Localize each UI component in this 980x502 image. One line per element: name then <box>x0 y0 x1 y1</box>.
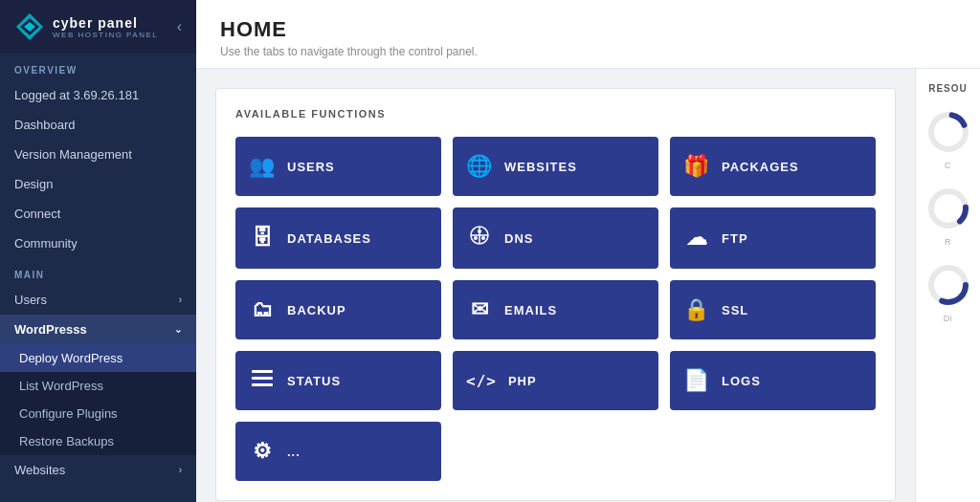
users-icon: 👥 <box>249 154 276 179</box>
chevron-down-icon: ⌄ <box>174 324 182 335</box>
resource-panel: RESOU C R Di <box>915 69 980 502</box>
ram-donut-container: R <box>927 187 969 247</box>
disk-donut-container: Di <box>927 264 969 323</box>
function-backup-button[interactable]: 🗂 BACKUP <box>235 280 441 339</box>
status-icon <box>249 368 276 393</box>
functions-panel: AVAILABLE FUNCTIONS 👥 USERS 🌐 WEBSITES 🎁… <box>196 69 915 502</box>
content-body: AVAILABLE FUNCTIONS 👥 USERS 🌐 WEBSITES 🎁… <box>196 69 980 502</box>
sidebar-item-restore-backups[interactable]: Restore Backups <box>0 427 196 455</box>
ram-label: R <box>927 237 969 247</box>
ftp-icon: ☁ <box>683 226 710 251</box>
sidebar-item-version-management[interactable]: Version Management <box>0 140 196 169</box>
function-emails-button[interactable]: ✉ EMAILS <box>453 280 658 339</box>
sidebar-item-design[interactable]: Design <box>0 169 196 199</box>
function-more-button[interactable]: ⚙ ... <box>235 422 441 481</box>
svg-rect-10 <box>252 377 273 380</box>
resource-panel-title: RESOU <box>928 83 968 94</box>
databases-icon: 🗄 <box>249 226 276 251</box>
svg-rect-9 <box>252 370 273 373</box>
sidebar-item-logged-in: Logged at 3.69.26.181 <box>0 80 196 110</box>
dns-icon <box>466 225 493 251</box>
available-functions-box: AVAILABLE FUNCTIONS 👥 USERS 🌐 WEBSITES 🎁… <box>215 88 896 501</box>
svg-point-8 <box>481 236 485 240</box>
functions-grid: 👥 USERS 🌐 WEBSITES 🎁 PACKAGES 🗄 DATABASE… <box>235 137 876 481</box>
function-databases-button[interactable]: 🗄 DATABASES <box>235 207 441 269</box>
logo-subtitle: Web Hosting Panel <box>53 31 158 39</box>
function-ftp-button[interactable]: ☁ FTP <box>670 207 876 269</box>
function-logs-button[interactable]: 📄 LOGS <box>670 351 876 410</box>
function-packages-button[interactable]: 🎁 PACKAGES <box>670 137 876 196</box>
page-subtitle: Use the tabs to navigate through the con… <box>220 45 956 58</box>
svg-rect-11 <box>252 383 273 386</box>
cpu-donut-container: C <box>927 111 969 170</box>
overview-section-label: Overview <box>0 54 196 80</box>
cyberpanel-logo-icon <box>14 11 45 42</box>
sidebar-item-list-wordpress[interactable]: List WordPress <box>0 372 196 400</box>
main-content: HOME Use the tabs to navigate through th… <box>196 0 980 502</box>
sidebar-item-dashboard[interactable]: Dashboard <box>0 110 196 140</box>
svg-point-7 <box>474 236 478 240</box>
ram-donut <box>927 187 969 229</box>
svg-point-6 <box>478 229 481 233</box>
page-title: HOME <box>220 17 956 42</box>
disk-donut <box>927 264 969 306</box>
chevron-right-icon: › <box>179 295 182 305</box>
emails-icon: ✉ <box>466 297 493 322</box>
cpu-donut <box>927 111 969 153</box>
functions-title: AVAILABLE FUNCTIONS <box>235 108 876 120</box>
cpu-label: C <box>927 161 969 170</box>
function-status-button[interactable]: STATUS <box>235 351 441 410</box>
disk-label: Di <box>927 314 969 323</box>
wordpresss-submenu: Deploy WordPress List WordPress Configur… <box>0 344 196 455</box>
main-section-label: Main <box>0 258 196 285</box>
websites-icon: 🌐 <box>466 154 493 179</box>
sidebar-item-configure-plugins[interactable]: Configure Plugins <box>0 400 196 427</box>
function-ssl-button[interactable]: 🔒 SSL <box>670 280 876 339</box>
sidebar-item-connect[interactable]: Connect <box>0 199 196 229</box>
function-dns-button[interactable]: DNS <box>453 207 658 269</box>
php-icon: </> <box>466 372 497 390</box>
sidebar-item-community[interactable]: Community <box>0 229 196 258</box>
sidebar-header: cyber panel Web Hosting Panel ‹ <box>0 0 196 54</box>
function-websites-button[interactable]: 🌐 WEBSITES <box>453 137 658 196</box>
backup-icon: 🗂 <box>249 297 276 322</box>
sidebar-collapse-button[interactable]: ‹ <box>177 18 182 35</box>
sidebar: cyber panel Web Hosting Panel ‹ Overview… <box>0 0 196 502</box>
logo-title: cyber panel <box>53 15 158 31</box>
packages-icon: 🎁 <box>683 154 710 179</box>
more-icon: ⚙ <box>249 439 276 464</box>
sidebar-item-deploy-wordpress[interactable]: Deploy WordPress <box>0 344 196 372</box>
function-php-button[interactable]: </> PHP <box>453 351 658 410</box>
logo: cyber panel Web Hosting Panel <box>14 11 158 42</box>
sidebar-item-users[interactable]: Users › <box>0 285 196 315</box>
function-users-button[interactable]: 👥 USERS <box>235 137 441 196</box>
content-header: HOME Use the tabs to navigate through th… <box>196 0 980 69</box>
ssl-icon: 🔒 <box>683 297 710 322</box>
logs-icon: 📄 <box>683 368 710 393</box>
sidebar-item-wordpresss[interactable]: WordPresss ⌄ <box>0 315 196 344</box>
chevron-right-icon-websites: › <box>179 465 182 475</box>
sidebar-item-websites[interactable]: Websites › <box>0 455 196 485</box>
